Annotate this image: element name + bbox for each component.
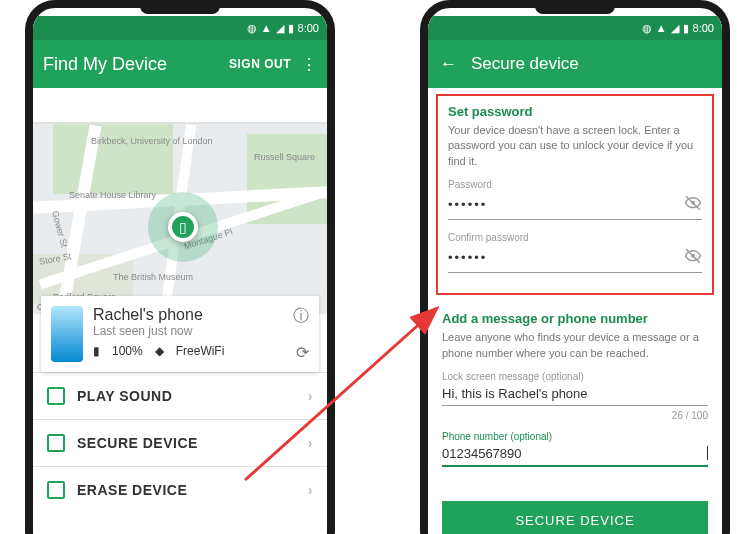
password-value: •••••• <box>448 197 684 212</box>
text-caret <box>707 446 708 460</box>
signal-icon: ◢ <box>276 22 284 35</box>
password-label: Password <box>448 179 702 190</box>
password-field[interactable]: •••••• <box>448 190 702 220</box>
wifi-name: FreeWiFi <box>176 344 225 358</box>
lock-message-label: Lock screen message (optional) <box>442 371 708 382</box>
action-label: ERASE DEVICE <box>77 482 187 498</box>
phone-marker-icon: ▯ <box>179 219 187 235</box>
location-icon: ◍ <box>642 22 652 35</box>
device-marker[interactable]: ▯ <box>168 212 198 242</box>
screen-left: ◍ ▲ ◢ ▮ 8:00 Find My Device SIGN OUT ⋮ B… <box>33 16 327 534</box>
visibility-off-icon[interactable] <box>684 247 702 268</box>
status-bar: ◍ ▲ ◢ ▮ 8:00 <box>33 16 327 40</box>
phone-number-label: Phone number (optional) <box>442 431 708 442</box>
phone-frame-left: ◍ ▲ ◢ ▮ 8:00 Find My Device SIGN OUT ⋮ B… <box>25 0 335 534</box>
confirm-password-value: •••••• <box>448 250 684 265</box>
screen-right: ◍ ▲ ◢ ▮ 8:00 ← Secure device Set passwor… <box>428 16 722 534</box>
chevron-right-icon: › <box>308 435 313 451</box>
action-erase-device[interactable]: ERASE DEVICE › <box>33 466 327 513</box>
signal-icon: ◢ <box>671 22 679 35</box>
device-name: Rachel's phone <box>93 306 309 324</box>
toolbar-title: Secure device <box>471 54 579 74</box>
app-title: Find My Device <box>43 54 219 75</box>
wifi-icon: ▲ <box>656 22 667 34</box>
app-bar: Find My Device SIGN OUT ⋮ <box>33 40 327 88</box>
device-last-seen: Last seen just now <box>93 324 309 338</box>
device-tabs <box>33 88 327 124</box>
map-label-russell: Russell Square <box>254 152 315 162</box>
battery-icon: ▮ <box>683 22 689 35</box>
char-counter: 26 / 100 <box>442 410 708 421</box>
set-password-title: Set password <box>448 104 702 119</box>
confirm-password-label: Confirm password <box>448 232 702 243</box>
refresh-icon[interactable]: ⟳ <box>296 343 309 362</box>
map[interactable]: Birkbeck, University of London Russell S… <box>33 124 327 314</box>
map-label-british: The British Museum <box>113 272 193 282</box>
action-label: PLAY SOUND <box>77 388 172 404</box>
status-time: 8:00 <box>693 22 714 34</box>
chevron-right-icon: › <box>308 388 313 404</box>
erase-device-icon <box>47 481 65 499</box>
phone-number-field[interactable]: 01234567890 <box>442 442 708 467</box>
secure-device-icon <box>47 434 65 452</box>
set-password-section: Set password Your device doesn't have a … <box>436 94 714 295</box>
status-time: 8:00 <box>298 22 319 34</box>
action-play-sound[interactable]: PLAY SOUND › <box>33 372 327 419</box>
back-arrow-icon[interactable]: ← <box>440 54 457 74</box>
action-label: SECURE DEVICE <box>77 435 198 451</box>
play-sound-icon <box>47 387 65 405</box>
overflow-menu-icon[interactable]: ⋮ <box>301 55 317 74</box>
wifi-icon: ◆ <box>155 344 164 358</box>
map-label-senate: Senate House Library <box>69 190 156 200</box>
confirm-password-field[interactable]: •••••• <box>448 243 702 273</box>
device-card: Rachel's phone Last seen just now ▮ 100%… <box>41 296 319 372</box>
toolbar-secure: ← Secure device <box>428 40 722 88</box>
device-thumb <box>51 306 83 362</box>
message-section-title: Add a message or phone number <box>442 311 708 326</box>
battery-icon: ▮ <box>93 344 100 358</box>
action-secure-device[interactable]: SECURE DEVICE › <box>33 419 327 466</box>
info-icon[interactable]: ⓘ <box>293 306 309 327</box>
status-bar: ◍ ▲ ◢ ▮ 8:00 <box>428 16 722 40</box>
lock-message-field[interactable]: Hi, this is Rachel's phone <box>442 382 708 406</box>
battery-percent: 100% <box>112 344 143 358</box>
sign-out-button[interactable]: SIGN OUT <box>229 57 291 71</box>
wifi-icon: ▲ <box>261 22 272 34</box>
visibility-off-icon[interactable] <box>684 194 702 215</box>
message-section-help: Leave anyone who finds your device a mes… <box>442 330 708 361</box>
battery-icon: ▮ <box>288 22 294 35</box>
phone-notch <box>535 6 615 14</box>
message-section: Add a message or phone number Leave anyo… <box>428 301 722 489</box>
lock-message-value: Hi, this is Rachel's phone <box>442 386 708 401</box>
set-password-help: Your device doesn't have a screen lock. … <box>448 123 702 169</box>
map-label-birkbeck: Birkbeck, University of London <box>91 136 213 146</box>
chevron-right-icon: › <box>308 482 313 498</box>
phone-frame-right: ◍ ▲ ◢ ▮ 8:00 ← Secure device Set passwor… <box>420 0 730 534</box>
phone-notch <box>140 6 220 14</box>
location-icon: ◍ <box>247 22 257 35</box>
phone-number-value: 01234567890 <box>442 446 706 461</box>
map-label-gower: Gower St <box>50 210 69 249</box>
secure-device-button[interactable]: SECURE DEVICE <box>442 501 708 534</box>
